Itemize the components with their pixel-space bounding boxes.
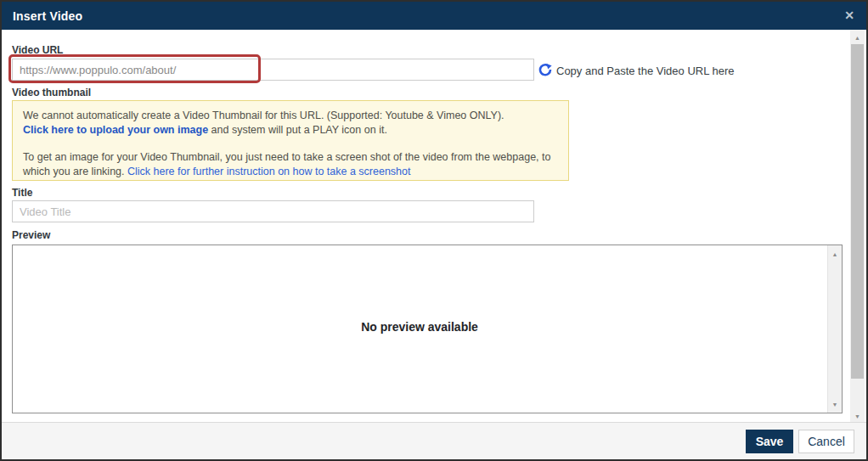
scroll-down-icon[interactable]: ▼ [828, 397, 842, 411]
screenshot-instruction-link[interactable]: Click here for further instruction on ho… [127, 166, 411, 177]
dialog-footer: Save Cancel [2, 422, 866, 459]
preview-area: No preview available ▲ ▼ [12, 245, 843, 413]
preview-label: Preview [12, 229, 50, 241]
video-url-label: Video URL [12, 44, 63, 56]
dialog-scrollbar[interactable]: ▲ ▼ [850, 30, 865, 424]
thumbnail-warning-box: We cannot automatically create a Video T… [12, 100, 569, 181]
dialog-scroll-up-icon[interactable]: ▲ [850, 31, 865, 44]
thumbnail-warning-line2: and system will put a PLAY icon on it. [208, 124, 387, 136]
save-button[interactable]: Save [746, 430, 793, 453]
video-url-hint: Copy and Paste the Video URL here [556, 65, 735, 77]
title-label: Title [12, 187, 32, 199]
video-thumbnail-label: Video thumbnail [12, 87, 91, 98]
thumbnail-warning-line1: We cannot automatically create a Video T… [23, 110, 504, 121]
upload-image-link[interactable]: Click here to upload your own image [23, 124, 208, 136]
video-url-input[interactable] [12, 59, 534, 81]
insert-video-dialog: Insert Video ✕ Video URL Copy and Paste … [0, 0, 868, 461]
dialog-title: Insert Video [2, 9, 82, 23]
cancel-button[interactable]: Cancel [798, 430, 854, 453]
preview-scrollbar[interactable]: ▲ ▼ [827, 245, 842, 413]
close-icon[interactable]: ✕ [839, 5, 860, 25]
preview-empty-text: No preview available [13, 320, 826, 334]
video-title-input[interactable] [12, 200, 534, 222]
dialog-scroll-down-icon[interactable]: ▼ [850, 409, 865, 423]
dialog-header: Insert Video ✕ [2, 2, 866, 30]
dialog-scrollbar-thumb[interactable] [851, 44, 864, 379]
scroll-up-icon[interactable]: ▲ [828, 247, 842, 261]
refresh-icon[interactable] [538, 63, 552, 76]
